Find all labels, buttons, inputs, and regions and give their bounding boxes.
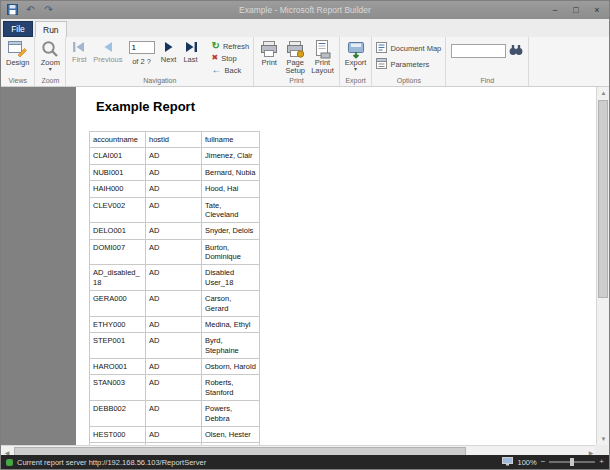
next-page-button[interactable]: Next: [158, 38, 180, 64]
previous-page-label: Previous: [93, 56, 122, 64]
page-setup-button[interactable]: Page Setup: [282, 38, 308, 76]
find-input[interactable]: [451, 44, 506, 58]
table-row: HEST000ADOlsen, Hester: [90, 426, 260, 442]
ribbon-tab-row: File Run: [1, 19, 609, 37]
report-title: Example Report: [96, 99, 195, 114]
print-layout-button[interactable]: Print Layout: [308, 38, 337, 76]
table-cell: AD: [146, 333, 202, 359]
table-cell: NUBI001: [90, 164, 146, 180]
table-cell: AD: [146, 426, 202, 442]
document-map-button[interactable]: Document Map: [374, 42, 443, 54]
navigation-actions: ↻ Refresh ✖ Stop ← Back: [210, 40, 252, 76]
maximize-button[interactable]: □: [570, 6, 582, 15]
table-cell: DELO001: [90, 223, 146, 239]
refresh-icon: ↻: [212, 41, 220, 51]
ribbon-group-export: Export ▾ Export: [340, 37, 373, 86]
statusbar-text: Current report server http://192.168.56.…: [17, 458, 498, 467]
table-cell: Tate, Cleveland: [202, 197, 260, 223]
page-setup-icon: [285, 38, 305, 59]
table-row: NUBI001ADBernard, Nubia: [90, 164, 260, 180]
refresh-label: Refresh: [223, 42, 249, 51]
next-page-icon: [161, 38, 177, 56]
table-row: CLEV002ADTate, Cleveland: [90, 197, 260, 223]
table-cell: AD: [146, 148, 202, 164]
parameters-icon: [376, 55, 387, 73]
refresh-button[interactable]: ↻ Refresh: [210, 40, 252, 52]
table-cell: Olsen, Hester: [202, 426, 260, 442]
zoom-out-button[interactable]: −: [541, 458, 546, 466]
table-cell: Burton, Dominique: [202, 239, 260, 265]
redo-button[interactable]: ↷: [42, 4, 55, 17]
report-table-body: CLAI001ADJimenez, ClairNUBI001ADBernard,…: [90, 148, 260, 445]
next-page-label: Next: [161, 56, 176, 64]
vertical-scrollbar-thumb[interactable]: [598, 100, 608, 298]
page-setup-label: Page Setup: [285, 59, 305, 76]
design-button[interactable]: Design: [3, 38, 32, 67]
current-page-input[interactable]: [129, 41, 155, 54]
table-cell: DOMI007: [90, 239, 146, 265]
group-label-views: Views: [3, 76, 32, 86]
print-layout-icon: [312, 38, 332, 59]
stop-button[interactable]: ✖ Stop: [210, 52, 252, 64]
last-page-button[interactable]: Last: [180, 38, 202, 64]
back-icon: ←: [212, 65, 222, 75]
scroll-down-icon[interactable]: ▼: [597, 433, 610, 445]
table-cell: Jimenez, Clair: [202, 148, 260, 164]
stop-label: Stop: [221, 54, 236, 63]
table-cell: ETHY000: [90, 316, 146, 332]
column-header: accountname: [90, 132, 146, 148]
ribbon-group-find: Find: [446, 37, 529, 86]
zoom-slider-thumb[interactable]: [570, 458, 574, 466]
vertical-scrollbar[interactable]: ▲ ▼: [596, 87, 609, 445]
zoom-button[interactable]: Zoom ▾: [37, 38, 63, 72]
tab-run[interactable]: Run: [35, 21, 67, 37]
table-row: DEBB002ADPowers, Debbra: [90, 401, 260, 427]
table-cell: DEBB002: [90, 401, 146, 427]
stop-icon: ✖: [212, 54, 219, 62]
tab-file[interactable]: File: [3, 21, 33, 37]
table-cell: Medina, Ethyl: [202, 316, 260, 332]
back-button[interactable]: ← Back: [210, 64, 252, 76]
parameters-button[interactable]: Parameters: [374, 58, 443, 70]
ribbon: Design Views Zoom ▾ Zoom: [1, 37, 609, 87]
table-cell: AD: [146, 239, 202, 265]
close-button[interactable]: ×: [591, 6, 603, 15]
undo-icon: ↶: [26, 5, 34, 15]
table-cell: HARO001: [90, 359, 146, 375]
find-button[interactable]: [509, 42, 523, 60]
document-map-label: Document Map: [390, 44, 441, 53]
page-count-label: of 2 ?: [132, 57, 151, 66]
report-builder-window: ↶ ↷ Example - Microsoft Report Builder −…: [0, 0, 610, 470]
save-icon: [7, 1, 18, 19]
last-page-icon: [183, 38, 199, 56]
report-table-header-row: accountnamehostidfullname: [90, 132, 260, 148]
table-cell: HAIH000: [90, 181, 146, 197]
table-row: CLAI001ADJimenez, Clair: [90, 148, 260, 164]
zoom-level: 100%: [517, 458, 536, 467]
parameters-label: Parameters: [390, 60, 429, 69]
save-button[interactable]: [6, 4, 19, 17]
previous-page-icon: [100, 38, 116, 56]
table-cell: Byrd, Stephaine: [202, 333, 260, 359]
print-button[interactable]: Print: [256, 38, 282, 67]
table-cell: CLAI001: [90, 148, 146, 164]
undo-button[interactable]: ↶: [24, 4, 37, 17]
ribbon-group-views: Design Views: [1, 37, 35, 86]
table-cell: Osborn, Harold: [202, 359, 260, 375]
previous-page-button[interactable]: Previous: [90, 38, 125, 64]
export-button[interactable]: Export ▾: [342, 38, 370, 72]
quick-access-toolbar: ↶ ↷: [6, 4, 55, 17]
table-row: DELO001ADSnyder, Delois: [90, 223, 260, 239]
table-row: HAIH000ADHood, Hai: [90, 181, 260, 197]
table-cell: AD_disabled_18: [90, 265, 146, 291]
zoom-in-button[interactable]: +: [599, 458, 604, 466]
first-page-button[interactable]: First: [68, 38, 90, 64]
table-cell: AD: [146, 316, 202, 332]
report-table: accountnamehostidfullname CLAI001ADJimen…: [89, 131, 260, 445]
page-number-box: of 2 ?: [129, 41, 155, 66]
zoom-slider[interactable]: [549, 461, 595, 463]
ribbon-group-navigation: First Previous of 2 ? Next: [66, 37, 254, 86]
scroll-up-icon[interactable]: ▲: [597, 87, 610, 99]
minimize-button[interactable]: −: [549, 6, 561, 15]
table-row: ETHY000ADMedina, Ethyl: [90, 316, 260, 332]
